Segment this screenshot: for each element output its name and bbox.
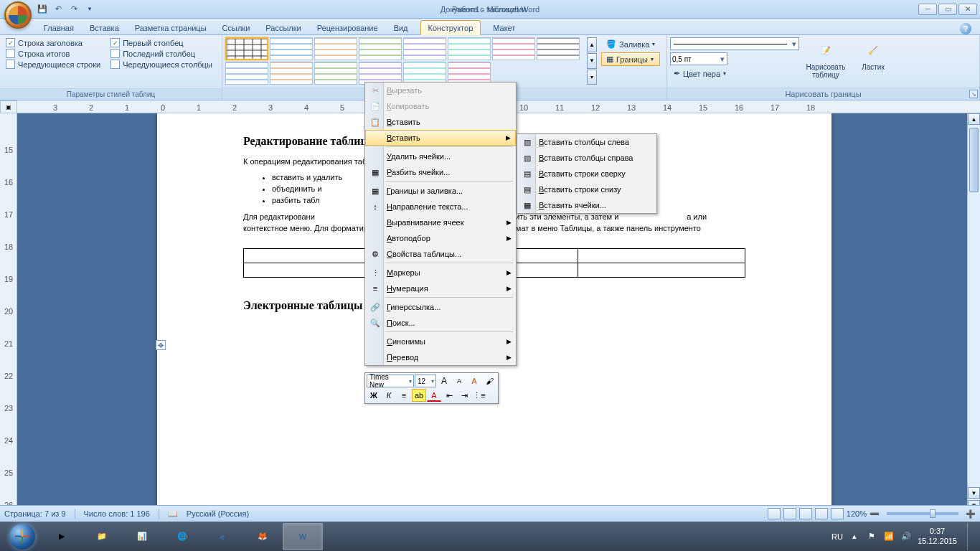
tray-clock[interactable]: 0:3715.12.2015 <box>918 527 957 545</box>
tray-language[interactable]: RU <box>831 532 843 541</box>
ruler-corner[interactable]: ▣ <box>0 100 17 113</box>
menu-item[interactable]: 🔗Гиперссылка... <box>365 299 516 315</box>
scroll-down-icon[interactable]: ▼ <box>968 487 980 499</box>
status-page[interactable]: Страница: 7 из 9 <box>4 509 66 518</box>
zoom-out-icon[interactable]: ➖ <box>870 509 880 519</box>
tab-mailings[interactable]: Рассылки <box>258 20 308 34</box>
minimize-button[interactable]: ─ <box>918 4 937 15</box>
gallery-scroll-down[interactable]: ▼ <box>587 53 597 68</box>
tab-design[interactable]: Конструктор <box>420 20 481 35</box>
table-style-thumb[interactable] <box>448 37 491 60</box>
checkbox-last-column[interactable]: Последний столбец <box>108 48 215 59</box>
zoom-in-icon[interactable]: ➕ <box>966 509 976 519</box>
checkbox-total-row[interactable]: Строка итогов <box>3 48 103 59</box>
eraser-button[interactable]: 🧹Ластик <box>852 37 894 72</box>
format-painter-icon[interactable]: 🖌 <box>482 375 496 387</box>
tray-network-icon[interactable]: 📶 <box>883 531 895 542</box>
increase-indent-icon[interactable]: ⇥ <box>457 389 471 402</box>
table-style-thumb[interactable] <box>537 37 580 60</box>
status-language[interactable]: Русский (Россия) <box>187 509 249 518</box>
table-style-thumb[interactable] <box>314 62 357 85</box>
zoom-slider[interactable] <box>887 512 958 515</box>
tab-home[interactable]: Главная <box>36 20 82 34</box>
tab-review[interactable]: Рецензирование <box>309 20 386 34</box>
show-desktop-button[interactable] <box>967 523 974 550</box>
view-outline-icon[interactable] <box>815 508 828 519</box>
menu-item[interactable]: Синонимы▶ <box>365 334 516 349</box>
shrink-font-icon[interactable]: A <box>452 375 466 387</box>
vertical-ruler[interactable]: 15161718192021222324252627 <box>0 113 17 522</box>
menu-item[interactable]: 📋Вставить <box>365 114 516 130</box>
checkbox-banded-columns[interactable]: Чередующиеся столбцы <box>108 59 215 70</box>
menu-item[interactable]: ▦Разбить ячейки... <box>365 164 516 180</box>
tab-view[interactable]: Вид <box>386 20 416 34</box>
scroll-thumb[interactable] <box>969 128 979 192</box>
tab-insert[interactable]: Вставка <box>82 20 127 34</box>
gallery-more[interactable]: ▾ <box>587 70 597 85</box>
maximize-button[interactable]: ▭ <box>938 4 957 15</box>
help-icon[interactable]: ? <box>960 23 971 34</box>
borders-button[interactable]: ▦Границы▾ <box>601 52 660 66</box>
menu-item[interactable]: ▤Вставить строки сверху <box>517 166 656 182</box>
table-style-thumb[interactable] <box>492 37 535 60</box>
line-style-combo[interactable] <box>670 37 799 50</box>
table-styles-gallery[interactable]: /*placeholder*/ <box>225 37 585 86</box>
line-weight-combo[interactable]: 0,5 пт <box>670 52 727 65</box>
view-draft-icon[interactable] <box>831 508 844 519</box>
menu-item[interactable]: ≡Нумерация▶ <box>365 281 516 296</box>
view-web-icon[interactable] <box>799 508 812 519</box>
taskbar-ie-icon[interactable]: e <box>202 523 242 550</box>
table-style-thumb[interactable] <box>359 37 402 60</box>
qat-dropdown-icon[interactable]: ▼ <box>83 3 96 16</box>
checkbox-header-row[interactable]: ✓Строка заголовка <box>3 37 103 48</box>
highlight-icon[interactable]: ab <box>412 389 426 402</box>
checkbox-banded-rows[interactable]: Чередующиеся строки <box>3 59 103 70</box>
bold-icon[interactable]: Ж <box>367 389 381 402</box>
pen-color-button[interactable]: ✒Цвет пера▾ <box>670 67 799 80</box>
taskbar-mediaplayer-icon[interactable]: ▶ <box>42 523 82 550</box>
menu-item[interactable]: ▤Вставить строки снизу <box>517 182 656 197</box>
start-button[interactable] <box>3 522 42 551</box>
view-fullscreen-icon[interactable] <box>783 508 796 519</box>
checkbox-first-column[interactable]: ✓Первый столбец <box>108 37 215 48</box>
dialog-launcher-icon[interactable]: ↘ <box>969 90 978 98</box>
table-style-thumb[interactable] <box>225 37 268 60</box>
draw-table-button[interactable]: 📝Нарисовать таблицу <box>805 37 847 80</box>
styles-icon[interactable]: A <box>467 375 481 387</box>
status-wordcount[interactable]: Число слов: 1 196 <box>84 509 150 518</box>
grow-font-icon[interactable]: A <box>437 375 451 387</box>
menu-item[interactable]: Перевод▶ <box>365 349 516 365</box>
table-style-thumb[interactable] <box>270 37 313 60</box>
menu-item[interactable]: ⋮Маркеры▶ <box>365 265 516 281</box>
tray-chevron-icon[interactable]: ▴ <box>849 531 860 542</box>
shading-button[interactable]: 🪣Заливка▾ <box>601 37 660 51</box>
table-style-thumb[interactable] <box>403 37 446 60</box>
menu-item[interactable]: ▦Границы и заливка... <box>365 183 516 199</box>
proofing-icon[interactable]: 📖 <box>168 509 178 519</box>
menu-item[interactable]: 🔍Поиск... <box>365 315 516 331</box>
vertical-scrollbar[interactable]: ▲ ▼ ◉ ▼ <box>967 113 980 522</box>
taskbar-firefox-icon[interactable]: 🦊 <box>242 523 283 550</box>
font-combo[interactable]: Times New <box>367 375 414 387</box>
menu-item[interactable]: ⚙Свойства таблицы... <box>365 246 516 262</box>
taskbar-chrome-icon[interactable]: 🌐 <box>162 523 202 550</box>
close-button[interactable]: ✕ <box>958 4 977 15</box>
menu-item[interactable]: Вставить▶ <box>365 130 516 146</box>
menu-item[interactable]: ▥Вставить столбцы справа <box>517 150 656 166</box>
tab-layout[interactable]: Макет <box>485 20 523 34</box>
taskbar-powerpoint-icon[interactable]: 📊 <box>122 523 162 550</box>
scroll-up-icon[interactable]: ▲ <box>968 113 980 125</box>
taskbar-explorer-icon[interactable]: 📁 <box>82 523 122 550</box>
redo-icon[interactable]: ↷ <box>67 3 80 16</box>
table-style-thumb[interactable] <box>270 62 313 85</box>
taskbar-word-icon[interactable]: W <box>283 523 323 550</box>
menu-item[interactable]: ↕Направление текста... <box>365 199 516 215</box>
office-button[interactable] <box>4 1 32 29</box>
tray-volume-icon[interactable]: 🔊 <box>900 531 912 542</box>
view-print-layout-icon[interactable] <box>768 508 781 519</box>
font-size-combo[interactable]: 12 <box>415 375 436 387</box>
table-style-thumb[interactable] <box>314 37 357 60</box>
tab-pagelayout[interactable]: Разметка страницы <box>127 20 215 34</box>
font-color-icon[interactable]: A <box>427 389 441 402</box>
tab-references[interactable]: Ссылки <box>215 20 258 34</box>
